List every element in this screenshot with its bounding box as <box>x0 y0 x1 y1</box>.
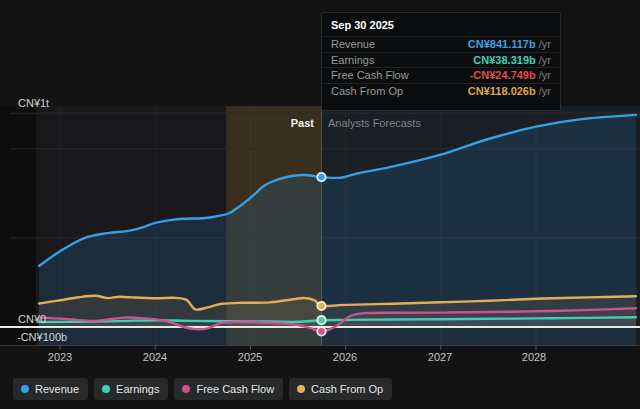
x-axis-label-2024: 2024 <box>143 351 167 363</box>
earnings-dot-icon <box>102 385 110 393</box>
free-cash-flow-dot-icon <box>182 385 190 393</box>
tooltip-value: -CN¥24.749b <box>470 69 536 81</box>
x-axis-label-2028: 2028 <box>522 351 546 363</box>
legend-chip-free-cash-flow[interactable]: Free Cash Flow <box>174 378 283 400</box>
tooltip-label: Cash From Op <box>331 85 403 98</box>
tooltip-row-earnings: Earnings CN¥38.319b /yr <box>322 52 560 68</box>
legend-label: Revenue <box>35 383 79 395</box>
legend-label: Earnings <box>116 383 159 395</box>
tooltip-label: Earnings <box>331 54 374 67</box>
legend-label: Free Cash Flow <box>196 383 274 395</box>
y-axis-label-1t: CN¥1t <box>18 97 49 109</box>
tooltip-row-free-cash-flow: Free Cash Flow -CN¥24.749b /yr <box>322 67 560 83</box>
tooltip-value: CN¥38.319b <box>473 54 535 66</box>
y-axis-label-neg100b: -CN¥100b <box>17 331 67 343</box>
cash-from-op-dot-icon <box>297 385 305 393</box>
x-axis-label-2027: 2027 <box>428 351 452 363</box>
legend-label: Cash From Op <box>311 383 383 395</box>
forecast-section-label: Analysts Forecasts <box>328 117 421 129</box>
legend: Revenue Earnings Free Cash Flow Cash Fro… <box>13 378 392 400</box>
tooltip-value: CN¥118.026b <box>468 85 536 97</box>
legend-chip-revenue[interactable]: Revenue <box>13 378 88 400</box>
tooltip-label: Revenue <box>331 38 375 51</box>
tooltip-suffix: /yr <box>536 69 551 81</box>
tooltip-suffix: /yr <box>536 38 551 50</box>
revenue-dot-icon <box>21 385 29 393</box>
tooltip-row-revenue: Revenue CN¥841.117b /yr <box>322 36 560 52</box>
past-section-label: Past <box>234 117 314 129</box>
x-axis-label-2025: 2025 <box>238 351 262 363</box>
legend-chip-earnings[interactable]: Earnings <box>94 378 168 400</box>
legend-chip-cash-from-op[interactable]: Cash From Op <box>289 378 392 400</box>
tooltip-row-cash-from-op: Cash From Op CN¥118.026b /yr <box>322 83 560 99</box>
y-axis-label-zero: CN¥0 <box>18 313 46 325</box>
tooltip-label: Free Cash Flow <box>331 69 409 82</box>
x-axis-label-2023: 2023 <box>48 351 72 363</box>
tooltip: Sep 30 2025 Revenue CN¥841.117b /yr Earn… <box>321 12 561 111</box>
x-axis-label-2026: 2026 <box>333 351 357 363</box>
tooltip-suffix: /yr <box>536 54 551 66</box>
tooltip-suffix: /yr <box>536 85 551 97</box>
tooltip-date: Sep 30 2025 <box>322 13 560 36</box>
chart-panel: CN¥1t CN¥0 -CN¥100b 2023 2024 2025 2026 … <box>0 0 640 409</box>
tooltip-value: CN¥841.117b <box>468 38 536 50</box>
